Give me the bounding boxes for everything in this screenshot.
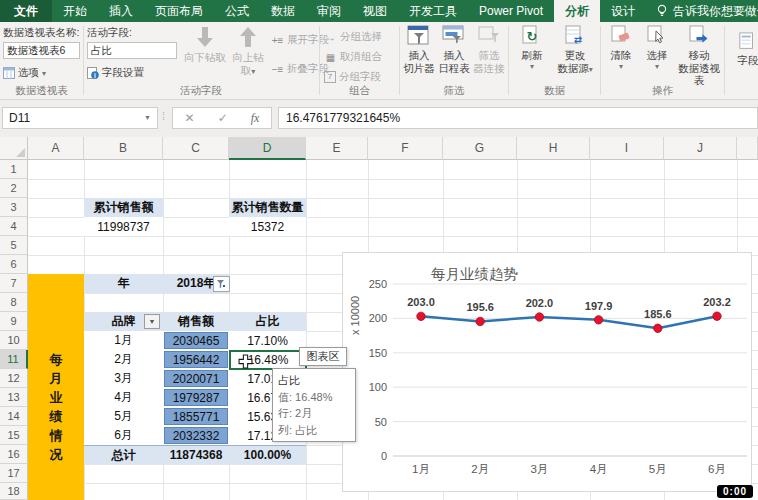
pivot-total-label[interactable]: 总计 [84, 445, 163, 464]
selected-cell-d11[interactable]: 16.48% [229, 350, 307, 370]
row-header-4[interactable]: 4 [0, 217, 28, 236]
row-header-1[interactable]: 1 [0, 160, 28, 179]
column-header-F[interactable]: F [368, 137, 443, 160]
pivot-total-ratio[interactable]: 100.00% [229, 445, 306, 464]
pivot-name-input[interactable]: 数据透视表6 [3, 42, 80, 59]
pivot-cell-ratio[interactable]: 17.10% [229, 331, 306, 350]
cell-b7-year-label[interactable]: 年 [84, 274, 163, 293]
pivot-total-sales[interactable]: 11874368 [163, 445, 229, 464]
confirm-entry-icon[interactable]: ✓ [218, 111, 228, 125]
row-header-13[interactable]: 13 [0, 388, 28, 407]
ribbon-tab-设计[interactable]: 设计 [600, 0, 646, 22]
ribbon-tab-页面布局[interactable]: 页面布局 [144, 0, 214, 22]
row-header-16[interactable]: 16 [0, 445, 28, 464]
drill-up-button[interactable]: 向上钻 取▾ [230, 25, 266, 76]
clear-icon [610, 25, 632, 47]
pivot-cell-month[interactable]: 1月 [84, 331, 163, 350]
cell-b3-kpi-sales-label[interactable]: 累计销售额 [84, 198, 163, 217]
pivot-cell-month[interactable]: 5月 [84, 407, 163, 426]
pivot-cell-month[interactable]: 3月 [84, 369, 163, 388]
brand-dropdown-button[interactable]: ▼ [144, 314, 160, 329]
insert-timeline-button[interactable]: 插入 日程表 [437, 25, 471, 74]
ribbon-tab-开发工具[interactable]: 开发工具 [398, 0, 468, 22]
cell-d3-kpi-qty-label[interactable]: 累计销售数量 [229, 198, 306, 217]
row-header-17[interactable]: 17 [0, 464, 28, 483]
ribbon-tab-插入[interactable]: 插入 [98, 0, 144, 22]
ribbon-tab-分析[interactable]: 分析 [554, 0, 600, 22]
row-header-7[interactable]: 7 [0, 274, 28, 293]
tooltip-line: 值: 16.48% [278, 389, 350, 406]
ribbon-tab-数据[interactable]: 数据 [260, 0, 306, 22]
name-box-dropdown-icon[interactable]: ▼ [144, 108, 151, 128]
pivot-cell-sales-databar[interactable]: 1855771 [164, 408, 228, 425]
pivot-cell-sales-databar[interactable]: 1956442 [164, 351, 228, 368]
row-header-14[interactable]: 14 [0, 407, 28, 426]
row-header-8[interactable]: 8 [0, 293, 28, 312]
chevron-down-icon: ▾ [619, 62, 623, 71]
clear-button[interactable]: 清除 ▾ [604, 25, 638, 71]
column-header-I[interactable]: I [590, 137, 664, 160]
row-header-2[interactable]: 2 [0, 179, 28, 198]
row-header-18[interactable]: 18 [0, 483, 28, 500]
drill-down-button[interactable]: 向下钻取 [182, 25, 228, 64]
pivot-cell-month[interactable]: 2月 [84, 350, 163, 369]
name-box[interactable]: D11 ▼ [2, 107, 158, 129]
pivot-cell-sales-databar[interactable]: 2030465 [164, 332, 228, 349]
change-data-source-button[interactable]: ⇄ 更改 数据源▾ [554, 25, 596, 74]
cell-d4-kpi-qty-value[interactable]: 15372 [229, 217, 306, 236]
field-list-button[interactable]: 字段 [728, 32, 758, 67]
cancel-entry-icon[interactable]: ✕ [185, 111, 195, 125]
insert-function-icon[interactable]: fx [251, 111, 260, 126]
filter-connections-button[interactable]: 筛选 器连接 [472, 25, 506, 74]
ungroup-button[interactable]: ▦ 取消组合 [321, 47, 398, 67]
row-header-3[interactable]: 3 [0, 198, 28, 217]
pivot-cell-month[interactable]: 6月 [84, 426, 163, 445]
column-header-G[interactable]: G [443, 137, 517, 160]
pivot-cell-sales-databar[interactable]: 2032332 [164, 427, 228, 444]
ribbon-tab-审阅[interactable]: 审阅 [306, 0, 352, 22]
ribbon-tab-Power Pivot[interactable]: Power Pivot [468, 0, 554, 22]
pivot-header-ratio[interactable]: 占比 [229, 312, 306, 331]
select-button[interactable]: 选择 ▾ [640, 25, 674, 71]
row-header-5[interactable]: 5 [0, 236, 28, 255]
column-header-H[interactable]: H [517, 137, 590, 160]
change-data-source-icon: ⇄ [564, 25, 586, 47]
chart-area[interactable]: 050100150200250每月业绩趋势x 10000203.01月195.6… [342, 252, 752, 492]
ribbon-tab-公式[interactable]: 公式 [214, 0, 260, 22]
column-header-extra[interactable] [737, 137, 758, 160]
row-header-10[interactable]: 10 [0, 331, 28, 350]
formula-input[interactable]: 16.4761779321645% [278, 107, 758, 129]
row-header-12[interactable]: 12 [0, 369, 28, 388]
row-header-15[interactable]: 15 [0, 426, 28, 445]
ribbon-tab-视图[interactable]: 视图 [352, 0, 398, 22]
cell-b4-kpi-sales-value[interactable]: 11998737 [84, 217, 163, 236]
column-header-B[interactable]: B [84, 137, 163, 160]
column-header-D[interactable]: D [229, 137, 306, 160]
column-header-A[interactable]: A [28, 137, 84, 160]
move-pivottable-button[interactable]: 移动 数据透视表 [676, 25, 722, 87]
ribbon-tab-文件[interactable]: 文件 [0, 0, 52, 22]
group-selection-button[interactable]: → 分组选择 [321, 27, 398, 47]
ribbon-tab-开始[interactable]: 开始 [52, 0, 98, 22]
pivot-header-sales[interactable]: 销售额 [163, 312, 229, 331]
row-header-6[interactable]: 6 [0, 255, 28, 274]
column-header-J[interactable]: J [664, 137, 737, 160]
row-header-9[interactable]: 9 [0, 312, 28, 331]
active-field-input[interactable]: 占比 [87, 42, 177, 59]
column-header-C[interactable]: C [163, 137, 229, 160]
select-all-corner[interactable] [0, 137, 28, 160]
field-list-label: 字段 [738, 54, 758, 67]
year-filter-button[interactable] [213, 276, 230, 292]
pivot-cell-sales-databar[interactable]: 2020071 [164, 370, 228, 387]
insert-slicer-button[interactable]: 插入 切片器 [402, 25, 436, 74]
field-settings-button[interactable]: i 字段设置 [84, 63, 180, 83]
formula-bar-drag-handle[interactable]: ⁞ [162, 110, 166, 122]
tell-me-box[interactable]: 告诉我你想要做什么 [656, 0, 758, 22]
row-header-11[interactable]: 11 [0, 350, 28, 369]
pivot-cell-month[interactable]: 4月 [84, 388, 163, 407]
options-button[interactable]: 选项 ▾ [0, 63, 83, 83]
refresh-button[interactable]: ↻ 刷新 ▾ [514, 25, 550, 71]
svg-text:0: 0 [381, 450, 387, 462]
pivot-cell-sales-databar[interactable]: 1979287 [164, 389, 228, 406]
column-header-E[interactable]: E [306, 137, 368, 160]
